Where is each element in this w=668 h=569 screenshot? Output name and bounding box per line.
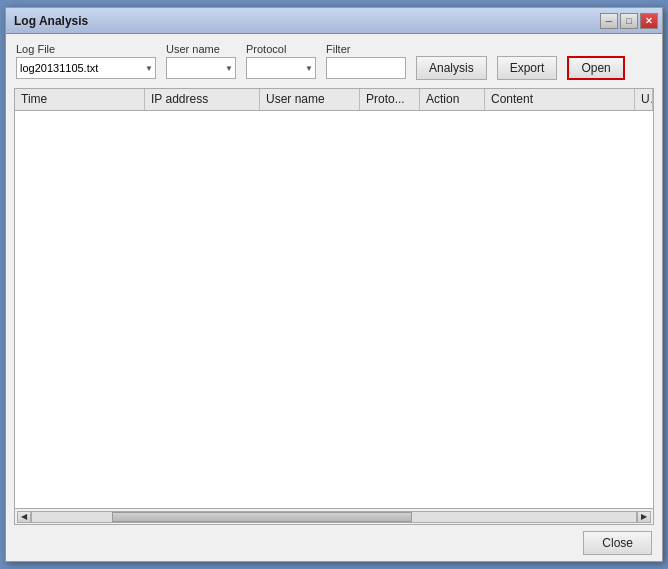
col-header-ip: IP address [145, 89, 260, 110]
title-bar: Log Analysis ─ □ ✕ [6, 8, 662, 34]
username-select[interactable] [166, 57, 236, 79]
close-dialog-button[interactable]: Close [583, 531, 652, 555]
analysis-button[interactable]: Analysis [416, 56, 487, 80]
scrollbar-thumb[interactable] [112, 512, 412, 522]
table-container: Time IP address User name Proto... Actio… [14, 88, 654, 525]
filter-label: Filter [326, 43, 406, 55]
minimize-button[interactable]: ─ [600, 13, 618, 29]
username-label: User name [166, 43, 236, 55]
log-file-select[interactable]: log20131105.txt [16, 57, 156, 79]
protocol-group: Protocol [246, 43, 316, 79]
scroll-right-button[interactable]: ▶ [637, 511, 651, 523]
protocol-select-wrapper [246, 57, 316, 79]
horizontal-scrollbar[interactable] [31, 511, 637, 523]
log-file-group: Log File log20131105.txt [16, 43, 156, 79]
log-file-label: Log File [16, 43, 156, 55]
table-body[interactable] [15, 111, 653, 508]
col-header-action: Action [420, 89, 485, 110]
table-header: Time IP address User name Proto... Actio… [15, 89, 653, 111]
col-header-content: Content [485, 89, 635, 110]
filter-input[interactable] [326, 57, 406, 79]
col-header-time: Time [15, 89, 145, 110]
toolbar: Log File log20131105.txt User name Proto… [6, 34, 662, 88]
close-window-button[interactable]: ✕ [640, 13, 658, 29]
filter-group: Filter [326, 43, 406, 79]
maximize-button[interactable]: □ [620, 13, 638, 29]
protocol-label: Protocol [246, 43, 316, 55]
protocol-select[interactable] [246, 57, 316, 79]
username-select-wrapper [166, 57, 236, 79]
col-header-proto: Proto... [360, 89, 420, 110]
close-icon: ✕ [645, 16, 653, 26]
main-window: Log Analysis ─ □ ✕ Log File log20131105.… [5, 7, 663, 562]
username-group: User name [166, 43, 236, 79]
col-header-u: U [635, 89, 653, 110]
footer: Close [6, 525, 662, 561]
maximize-icon: □ [626, 16, 631, 26]
log-file-select-wrapper: log20131105.txt [16, 57, 156, 79]
window-title: Log Analysis [14, 14, 88, 28]
title-bar-buttons: ─ □ ✕ [600, 13, 658, 29]
minimize-icon: ─ [606, 16, 612, 26]
scroll-left-button[interactable]: ◀ [17, 511, 31, 523]
scrollbar-area: ◀ ▶ [15, 508, 653, 524]
content-area: Time IP address User name Proto... Actio… [14, 88, 654, 525]
open-button[interactable]: Open [567, 56, 624, 80]
export-button[interactable]: Export [497, 56, 558, 80]
col-header-username: User name [260, 89, 360, 110]
